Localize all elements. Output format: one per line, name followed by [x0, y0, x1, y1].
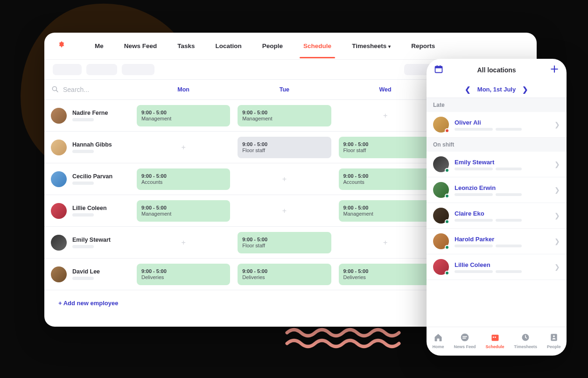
add-shift-icon[interactable]: + [181, 143, 185, 152]
schedule-cell[interactable]: + [234, 163, 335, 195]
shift-time: 9:00 - 5:00 [141, 110, 225, 115]
schedule-cell[interactable]: 9:00 - 5:00Deliveries [133, 259, 234, 290]
search-input[interactable] [63, 86, 119, 93]
add-icon[interactable] [550, 64, 559, 76]
tab-people[interactable]: People [547, 333, 561, 349]
schedule-cell[interactable]: 9:00 - 5:00Floor staff [234, 227, 335, 259]
shift-block[interactable]: 9:00 - 5:00Management [238, 105, 331, 126]
svg-point-12 [553, 336, 555, 337]
shift-time: 9:00 - 5:00 [242, 268, 326, 274]
chevron-left-icon[interactable]: ❮ [465, 85, 471, 94]
tab-news-feed[interactable]: News Feed [454, 333, 476, 349]
schedule-cell[interactable]: 9:00 - 5:00Floor staff [335, 132, 436, 163]
nav-reports[interactable]: Reports [411, 34, 435, 58]
add-shift-icon[interactable]: + [181, 238, 185, 247]
search-field[interactable] [51, 85, 133, 95]
shift-block[interactable]: 9:00 - 5:00Accounts [339, 168, 432, 190]
mobile-person-row[interactable]: Claire Eko❯ [427, 203, 567, 229]
mobile-title: All locations [477, 66, 516, 74]
schedule-cell[interactable]: + [335, 227, 436, 259]
schedule-cell[interactable]: 9:00 - 5:00Accounts [335, 163, 436, 195]
employee-name: David Lee [72, 268, 100, 275]
schedule-icon [490, 333, 500, 343]
avatar [51, 235, 67, 251]
mobile-person-row[interactable]: Emily Stewart❯ [427, 152, 567, 177]
schedule-cell[interactable]: 9:00 - 5:00Deliveries [335, 259, 436, 290]
schedule-cell[interactable]: 9:00 - 5:00Management [133, 195, 234, 227]
employee-cell[interactable]: Hannah Gibbs [44, 132, 133, 163]
chevron-right-icon[interactable]: ❯ [522, 85, 528, 94]
avatar [51, 108, 67, 124]
tab-home[interactable]: Home [433, 333, 444, 349]
toolbar-chip[interactable] [122, 64, 154, 75]
calendar-icon[interactable] [434, 64, 443, 76]
schedule-cell[interactable]: + [133, 227, 234, 259]
mobile-person-row[interactable]: Oliver Ali❯ [427, 112, 567, 138]
employee-cell[interactable]: Nadire Ferne [44, 100, 133, 132]
skeleton [455, 193, 493, 196]
employee-cell[interactable]: David Lee [44, 259, 133, 290]
schedule-cell[interactable]: + [234, 195, 335, 227]
shift-time: 9:00 - 5:00 [242, 237, 326, 242]
mobile-date-label[interactable]: Mon, 1st July [477, 86, 516, 93]
nav-me[interactable]: Me [95, 34, 104, 58]
employee-cell[interactable]: Lillie Coleen [44, 195, 133, 227]
add-shift-icon[interactable]: + [383, 112, 387, 120]
mobile-person-row[interactable]: Lillie Coleen❯ [427, 254, 567, 280]
schedule-cell[interactable]: + [133, 132, 234, 163]
shift-block[interactable]: 9:00 - 5:00Management [137, 200, 230, 222]
svg-rect-11 [551, 334, 557, 341]
shift-time: 9:00 - 5:00 [242, 110, 326, 115]
add-shift-icon[interactable]: + [282, 175, 287, 183]
shift-block[interactable]: 9:00 - 5:00Management [339, 200, 432, 222]
shift-block[interactable]: 9:00 - 5:00Deliveries [238, 264, 331, 285]
tab-schedule[interactable]: Schedule [486, 333, 504, 349]
schedule-cell[interactable]: 9:00 - 5:00Management [133, 100, 234, 132]
squiggle-decoration [285, 326, 406, 349]
toolbar-chip[interactable] [86, 64, 117, 75]
nav-tasks[interactable]: Tasks [177, 34, 195, 58]
shift-block[interactable]: 9:00 - 5:00Floor staff [339, 137, 432, 158]
shift-block[interactable]: 9:00 - 5:00Floor staff [238, 232, 331, 253]
logo-icon [56, 40, 67, 52]
people-icon [549, 333, 559, 343]
home-icon [434, 333, 443, 343]
schedule-cell[interactable]: 9:00 - 5:00Accounts [133, 163, 234, 195]
schedule-cell[interactable]: + [335, 100, 436, 132]
nav-people[interactable]: People [262, 34, 283, 58]
shift-block[interactable]: 9:00 - 5:00Accounts [137, 168, 230, 190]
shift-block[interactable]: 9:00 - 5:00Deliveries [339, 264, 432, 285]
chevron-right-icon: ❯ [554, 161, 560, 168]
schedule-cell[interactable]: 9:00 - 5:00Management [234, 100, 335, 132]
tab-timesheets[interactable]: Timesheets [514, 333, 537, 349]
nav-location[interactable]: Location [216, 34, 242, 58]
shift-block[interactable]: 9:00 - 5:00Management [137, 105, 230, 126]
mobile-person-row[interactable]: Leonzio Erwin❯ [427, 177, 567, 203]
person-name: Oliver Ali [455, 119, 522, 126]
schedule-cell[interactable]: 9:00 - 5:00Management [335, 195, 436, 227]
nav-timesheets[interactable]: Timesheets▾ [352, 34, 391, 58]
toolbar-chip[interactable] [53, 64, 82, 75]
shift-block[interactable]: 9:00 - 5:00Deliveries [137, 264, 230, 285]
tab-label: News Feed [454, 344, 476, 349]
employee-cell[interactable]: Emily Stewart [44, 227, 133, 259]
skeleton [455, 245, 493, 247]
shift-block[interactable]: 9:00 - 5:00Floor staff [238, 137, 331, 158]
nav-news-feed[interactable]: News Feed [124, 34, 157, 58]
shift-role: Floor staff [242, 243, 326, 248]
chevron-right-icon: ❯ [554, 263, 560, 271]
mobile-person-row[interactable]: Harold Parker❯ [427, 229, 567, 254]
skeleton [496, 128, 522, 131]
nav-schedule[interactable]: Schedule [303, 34, 331, 58]
shift-role: Deliveries [343, 274, 427, 280]
add-shift-icon[interactable]: + [282, 207, 287, 215]
add-shift-icon[interactable]: + [383, 238, 387, 247]
employee-name: Cecilio Parvan [72, 173, 112, 180]
add-employee-button[interactable]: + Add new employee [58, 300, 118, 307]
schedule-cell[interactable]: 9:00 - 5:00Floor staff [234, 132, 335, 163]
news-feed-icon [460, 333, 469, 343]
employee-cell[interactable]: Cecilio Parvan [44, 163, 133, 195]
skeleton [72, 118, 94, 121]
tab-label: Home [433, 344, 444, 349]
schedule-cell[interactable]: 9:00 - 5:00Deliveries [234, 259, 335, 290]
